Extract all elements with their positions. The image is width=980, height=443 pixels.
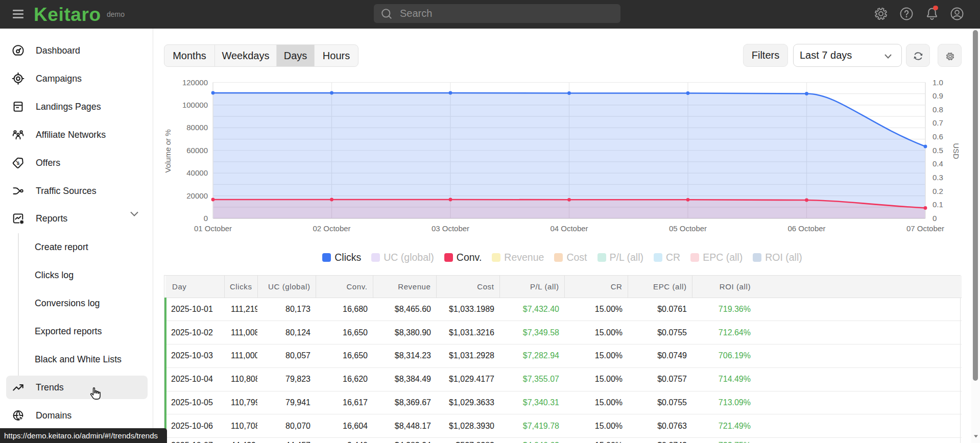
svg-text:01 October: 01 October (194, 224, 232, 233)
svg-text:1.0: 1.0 (933, 78, 943, 87)
svg-text:03 October: 03 October (432, 224, 469, 233)
svg-text:100000: 100000 (182, 101, 208, 109)
svg-text:Volume or %: Volume or % (163, 129, 172, 173)
svg-text:0: 0 (933, 214, 937, 223)
svg-text:0: 0 (204, 214, 208, 223)
svg-text:USD: USD (952, 143, 961, 159)
svg-text:0.2: 0.2 (933, 187, 943, 195)
svg-text:07 October: 07 October (906, 224, 944, 233)
svg-text:20000: 20000 (186, 191, 208, 200)
svg-text:0.9: 0.9 (933, 91, 943, 100)
svg-text:0.8: 0.8 (933, 105, 943, 114)
svg-text:80000: 80000 (186, 123, 208, 132)
svg-text:60000: 60000 (186, 146, 208, 155)
svg-text:06 October: 06 October (787, 224, 825, 233)
svg-text:02 October: 02 October (313, 224, 350, 233)
svg-text:$: $ (17, 160, 20, 165)
svg-text:120000: 120000 (182, 78, 208, 87)
svg-text:0.6: 0.6 (933, 132, 943, 141)
svg-text:40000: 40000 (186, 168, 208, 177)
svg-text:0.7: 0.7 (933, 118, 943, 127)
svg-text:0.5: 0.5 (933, 146, 943, 155)
svg-text:0.3: 0.3 (933, 173, 943, 182)
svg-text:04 October: 04 October (550, 224, 588, 233)
svg-text:0.4: 0.4 (933, 159, 943, 168)
svg-text:0.1: 0.1 (933, 200, 943, 209)
svg-text:05 October: 05 October (669, 224, 707, 233)
